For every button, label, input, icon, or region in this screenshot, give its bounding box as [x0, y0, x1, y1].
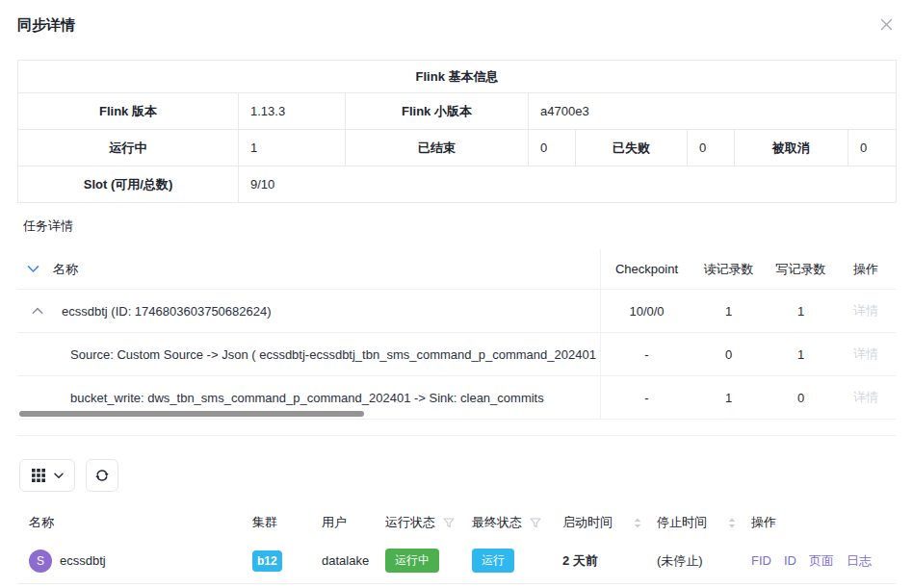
- job-user: datalake: [322, 553, 385, 568]
- task-detail-button[interactable]: 详情: [853, 345, 878, 363]
- cancelled-value: 0: [848, 130, 897, 166]
- column-settings-button[interactable]: [19, 459, 75, 492]
- refresh-icon: [94, 468, 110, 483]
- fid-link[interactable]: FID: [751, 553, 771, 568]
- col-header-actions: 操作: [837, 261, 895, 278]
- close-button[interactable]: [877, 15, 896, 37]
- collapse-chevron-up-icon[interactable]: [32, 307, 43, 315]
- flink-info-title: Flink 基本信息: [18, 61, 897, 93]
- task-detail-table: 名称 Checkpoint 读记录数 写记录数 操作 ecssdbtj (ID:…: [17, 249, 896, 420]
- task-checkpoint: -: [601, 391, 692, 405]
- expand-all-chevron-down-icon[interactable]: [27, 265, 39, 273]
- flink-info-table: Flink 基本信息 Flink 版本 1.13.3 Flink 小版本 a47…: [17, 60, 897, 203]
- flink-version-label: Flink 版本: [18, 93, 239, 130]
- running-label: 运行中: [18, 130, 239, 166]
- finished-label: 已结束: [346, 130, 529, 166]
- flink-minor-version-label: Flink 小版本: [346, 93, 529, 130]
- section-divider: [17, 435, 896, 436]
- task-name: Source: Custom Source -> Json ( ecssdbtj…: [70, 347, 600, 362]
- grid-icon: [32, 469, 45, 482]
- col-header-write-records: 写记录数: [765, 261, 837, 278]
- filter-funnel-icon[interactable]: [530, 518, 541, 528]
- flink-minor-version-value: a4700e3: [529, 93, 897, 130]
- col-header-start-time: 启动时间: [562, 514, 613, 531]
- job-table-header: 名称 集群 用户 运行状态 最终状态 启动时间: [17, 507, 896, 538]
- task-row-job: ecssdbtj (ID: 1746803603750682624) 10/0/…: [17, 290, 896, 333]
- failed-label: 已失败: [576, 130, 688, 166]
- finished-value: 0: [529, 130, 576, 166]
- col-header-name: 名称: [29, 514, 252, 531]
- cluster-tag: b12: [252, 550, 282, 572]
- task-checkpoint: -: [601, 347, 692, 362]
- task-name: ecssdbtj (ID: 1746803603750682624): [62, 304, 272, 319]
- col-header-read-records: 读记录数: [692, 261, 765, 278]
- task-write-count: 1: [765, 304, 837, 319]
- avatar: S: [29, 550, 52, 573]
- col-header-final-status: 最终状态: [472, 514, 522, 531]
- id-link[interactable]: ID: [784, 553, 796, 568]
- table-toolbar: [19, 459, 913, 492]
- task-write-count: 0: [765, 391, 837, 405]
- page-link[interactable]: 页面: [809, 552, 834, 570]
- running-value: 1: [239, 130, 346, 166]
- task-read-count: 1: [692, 304, 765, 319]
- sorter-carets-icon[interactable]: [634, 518, 641, 528]
- col-header-run-status: 运行状态: [385, 514, 435, 531]
- job-stop-time: (未停止): [657, 552, 751, 570]
- col-header-actions: 操作: [751, 514, 896, 531]
- job-list-table: 名称 集群 用户 运行状态 最终状态 启动时间: [17, 507, 896, 584]
- task-read-count: 0: [692, 347, 765, 362]
- drawer-header: 同步详情: [0, 0, 913, 37]
- job-name: ecssdbtj: [60, 553, 106, 568]
- slot-label: Slot (可用/总数): [18, 166, 239, 203]
- horizontal-scrollbar-thumb[interactable]: [19, 411, 364, 417]
- task-name: bucket_write: dws_tbn_sms_command_p_comm…: [70, 391, 544, 405]
- sync-detail-drawer: 同步详情 Flink 基本信息 Flink 版本 1.13.3 Flink 小版…: [0, 0, 913, 588]
- page-title: 同步详情: [17, 16, 75, 35]
- flink-version-value: 1.13.3: [239, 93, 346, 130]
- run-status-badge: 运行中: [385, 549, 439, 573]
- col-header-stop-time: 停止时间: [657, 514, 707, 531]
- task-detail-button[interactable]: 详情: [853, 389, 878, 406]
- final-status-badge: 运行: [472, 549, 514, 573]
- task-table-header: 名称 Checkpoint 读记录数 写记录数 操作: [17, 249, 896, 290]
- task-detail-button[interactable]: 详情: [853, 302, 878, 320]
- col-header-user: 用户: [322, 514, 385, 531]
- refresh-button[interactable]: [86, 459, 118, 492]
- task-section-title: 任务详情: [23, 217, 913, 235]
- sorter-carets-icon[interactable]: [728, 518, 736, 528]
- task-checkpoint: 10/0/0: [601, 304, 692, 319]
- chevron-down-icon: [54, 473, 64, 479]
- col-header-checkpoint: Checkpoint: [601, 262, 692, 276]
- cancelled-label: 被取消: [735, 130, 848, 166]
- slot-value: 9/10: [239, 166, 897, 203]
- log-link[interactable]: 日志: [847, 552, 872, 570]
- col-header-name: 名称: [53, 261, 78, 278]
- col-header-cluster: 集群: [252, 514, 322, 531]
- task-write-count: 1: [765, 347, 837, 362]
- task-row-source: Source: Custom Source -> Json ( ecssdbtj…: [17, 333, 896, 376]
- job-row: S ecssdbtj b12 datalake 运行中 运行 2 天前 (未停止…: [17, 538, 896, 584]
- filter-funnel-icon[interactable]: [443, 518, 455, 528]
- failed-value: 0: [688, 130, 735, 166]
- close-icon: [879, 20, 894, 35]
- task-read-count: 1: [692, 391, 765, 405]
- job-start-time: 2 天前: [562, 552, 657, 570]
